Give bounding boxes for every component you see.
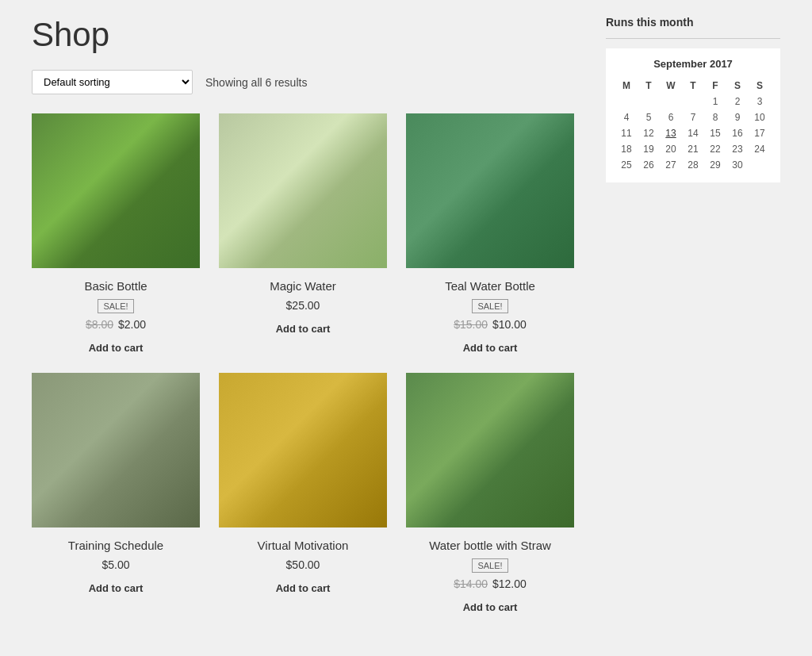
current-price: $2.00 [118,318,146,331]
product-image-basic-bottle[interactable] [32,113,200,268]
calendar-day[interactable]: 15 [704,125,726,141]
product-image-training-schedule[interactable] [32,373,200,527]
product-image-teal-water-bottle[interactable] [406,113,574,268]
add-to-cart-basic-bottle[interactable]: Add to cart [89,339,144,357]
calendar-day-header: S [726,78,749,94]
original-price: $8.00 [86,318,113,331]
calendar-day[interactable]: 12 [638,125,660,141]
product-card: Virtual Motivation$50.00Add to cart [219,373,387,616]
calendar-day[interactable]: 9 [726,109,749,125]
sidebar: Runs this month September 2017 MTWTFSS 1… [606,16,780,616]
calendar-day[interactable]: 16 [726,125,749,141]
calendar-day[interactable]: 3 [749,94,771,109]
regular-price: $50.00 [286,558,320,571]
calendar-day [660,94,682,109]
page-title: Shop [32,16,574,54]
calendar-day-header: S [749,78,771,94]
calendar-day[interactable]: 28 [682,157,704,173]
product-card: Teal Water BottleSALE!$15.00$10.00Add to… [406,113,574,357]
calendar-day[interactable]: 27 [660,157,682,173]
calendar-day[interactable]: 8 [704,109,726,125]
price-wrapper: $14.00$12.00 [406,577,574,590]
add-to-cart-training-schedule[interactable]: Add to cart [89,579,144,597]
product-name: Magic Water [219,279,387,293]
product-card: Magic Water$25.00Add to cart [219,113,387,357]
price-wrapper: $5.00 [32,558,200,571]
sale-badge: SALE! [98,299,133,313]
sale-badge: SALE! [472,299,508,313]
product-name: Virtual Motivation [219,539,387,552]
product-card: Training Schedule$5.00Add to cart [32,373,200,616]
calendar-day[interactable]: 20 [660,141,682,157]
calendar-day[interactable]: 2 [726,94,749,109]
calendar-day[interactable]: 7 [682,109,704,125]
calendar-day [749,157,771,173]
calendar-month-year: September 2017 [615,58,771,70]
results-count: Showing all 6 results [205,76,307,89]
calendar-day[interactable]: 13 [660,125,682,141]
calendar-day[interactable]: 25 [615,157,638,173]
calendar-day[interactable]: 6 [660,109,682,125]
add-to-cart-magic-water[interactable]: Add to cart [276,320,331,338]
calendar-day [682,94,704,109]
calendar-day [615,94,638,109]
product-name: Training Schedule [32,539,200,552]
calendar-day[interactable]: 1 [704,94,726,109]
regular-price: $25.00 [286,299,320,312]
calendar-day[interactable]: 23 [726,141,749,157]
product-image-virtual-motivation[interactable] [219,373,387,527]
calendar-day[interactable]: 26 [638,157,660,173]
calendar-day-header: F [704,78,726,94]
calendar-today-link[interactable]: 13 [665,128,676,139]
regular-price: $5.00 [102,558,129,571]
calendar-day [638,94,660,109]
calendar-day[interactable]: 4 [615,109,638,125]
products-grid: Basic BottleSALE!$8.00$2.00Add to cartMa… [32,113,574,616]
calendar-day-header: T [638,78,660,94]
product-name: Teal Water Bottle [406,279,574,293]
sidebar-runs-title: Runs this month [606,16,780,29]
product-name: Basic Bottle [32,279,200,293]
product-image-magic-water[interactable] [219,113,387,268]
calendar-day[interactable]: 24 [749,141,771,157]
calendar-day[interactable]: 17 [749,125,771,141]
sale-badge: SALE! [472,558,508,573]
original-price: $14.00 [454,577,488,590]
price-wrapper: $8.00$2.00 [32,318,200,331]
calendar-day-header: M [615,78,638,94]
shop-toolbar: Default sorting Sort by popularity Sort … [32,70,574,94]
calendar-day-header: W [660,78,682,94]
price-wrapper: $50.00 [219,558,387,571]
current-price: $10.00 [492,318,527,331]
calendar-day[interactable]: 21 [682,141,704,157]
add-to-cart-teal-water-bottle[interactable]: Add to cart [463,339,518,357]
calendar-day[interactable]: 10 [749,109,771,125]
calendar: September 2017 MTWTFSS 12345678910111213… [606,48,780,182]
calendar-day[interactable]: 19 [638,141,660,157]
original-price: $15.00 [454,318,488,331]
add-to-cart-virtual-motivation[interactable]: Add to cart [276,579,331,597]
product-image-water-bottle-straw[interactable] [406,373,574,527]
calendar-day[interactable]: 5 [638,109,660,125]
calendar-day[interactable]: 22 [704,141,726,157]
calendar-day[interactable]: 30 [726,157,749,173]
add-to-cart-water-bottle-straw[interactable]: Add to cart [463,598,518,616]
main-content: Shop Default sorting Sort by popularity … [32,16,574,616]
product-name: Water bottle with Straw [406,539,574,552]
calendar-day-header: T [682,78,704,94]
sort-select[interactable]: Default sorting Sort by popularity Sort … [32,70,193,94]
price-wrapper: $25.00 [219,299,387,312]
calendar-day[interactable]: 29 [704,157,726,173]
calendar-day[interactable]: 11 [615,125,638,141]
current-price: $12.00 [492,577,527,590]
calendar-day[interactable]: 18 [615,141,638,157]
price-wrapper: $15.00$10.00 [406,318,574,331]
product-card: Basic BottleSALE!$8.00$2.00Add to cart [32,113,200,357]
product-card: Water bottle with StrawSALE!$14.00$12.00… [406,373,574,616]
calendar-day[interactable]: 14 [682,125,704,141]
